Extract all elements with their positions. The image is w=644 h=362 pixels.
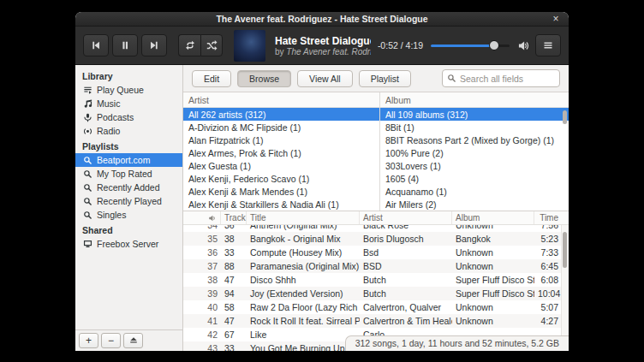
track-cell-artist: Boris Dlugosch <box>360 234 452 244</box>
seek-slider[interactable] <box>431 39 510 51</box>
sidebar-item-label: Podcasts <box>97 112 134 122</box>
pause-icon <box>119 39 131 51</box>
titlebar[interactable]: The Avener feat. Rodriguez - Hate Street… <box>75 12 569 27</box>
track-row[interactable]: 36 33 Compute (Housey Mix) Bsd Unknown 7… <box>183 246 569 259</box>
track-cell-track: 67 <box>221 329 247 340</box>
track-row[interactable]: 34 36 Anthem (Original Mix) Black Rose U… <box>183 225 569 232</box>
close-button[interactable]: × <box>549 12 563 26</box>
byline-prefix: by <box>275 47 286 56</box>
track-cell-artist: BSD <box>360 261 452 271</box>
sidebar-item-podcasts[interactable]: Podcasts <box>75 110 182 124</box>
track-cell-track: 88 <box>221 261 247 271</box>
album-row[interactable]: Acquanamo (1) <box>380 185 569 198</box>
track-list: Track Title Artist Album Time 34 36 Anth… <box>183 211 569 351</box>
artist-row[interactable]: A-Divizion & MC Flipside (1) <box>183 121 379 134</box>
track-row[interactable]: 37 88 Paramanesia (Original Mix) BSD Unk… <box>183 259 569 273</box>
seek-fill <box>431 45 494 47</box>
artist-row[interactable]: Alex Kenji, Federico Scavo (1) <box>183 172 379 185</box>
sidebar-item-singles[interactable]: Singles <box>75 208 182 222</box>
sidebar-item-recently-played[interactable]: Recently Played <box>75 194 182 208</box>
sidebar-item-my-top-rated[interactable]: My Top Rated <box>75 167 182 181</box>
track-cell-album: Unknown <box>452 247 534 258</box>
track-cell-track: 47 <box>221 316 247 326</box>
playing-column-header[interactable] <box>183 211 221 224</box>
album-row[interactable]: 8BIT Reasons Part 2 (Mixed by Gorge) (1) <box>380 134 569 146</box>
track-row-number: 37 <box>183 261 221 271</box>
album-row[interactable]: All 109 albums (312) <box>380 108 569 121</box>
sidebar-item-freebox-server[interactable]: Freebox Server <box>75 237 182 251</box>
track-list-scrollbar[interactable] <box>561 225 569 351</box>
track-cell-album: Bangkok <box>452 234 534 244</box>
artist-row[interactable]: All 262 artists (312) <box>183 108 379 121</box>
artist-column-header[interactable]: Artist <box>360 211 452 224</box>
view-all-button[interactable]: View All <box>297 70 353 87</box>
remove-playlist-button[interactable]: − <box>101 333 121 348</box>
album-row[interactable]: 100% Pure (2) <box>380 146 569 159</box>
main-content: Edit Browse View All Playlist Artist All… <box>183 65 569 351</box>
seek-handle[interactable] <box>489 40 499 50</box>
album-row[interactable]: Air Milers (2) <box>380 198 569 211</box>
sidebar-item-recently-added[interactable]: Recently Added <box>75 181 182 194</box>
artist-row[interactable]: Alex Guesta (1) <box>183 159 379 172</box>
title-column-header[interactable]: Title <box>247 211 360 224</box>
edit-button[interactable]: Edit <box>192 70 231 87</box>
track-row[interactable]: 39 94 Joy (Extended Version) Butch Super… <box>183 287 569 300</box>
track-cell-title: You Got Me Burning Up - Sue… <box>247 343 360 351</box>
menu-icon <box>542 39 554 51</box>
sidebar-item-label: Freebox Server <box>97 239 158 249</box>
app-body: Library Play Queue Music Podcasts Radio <box>75 65 569 351</box>
album-pane: Album All 109 albums (312) 8Bit (1) 8BIT… <box>380 92 569 211</box>
sidebar-item-label: Play Queue <box>97 85 144 95</box>
artist-row[interactable]: Alex Kenji & Mark Mendes (1) <box>183 185 379 198</box>
sidebar-item-beatport[interactable]: Beatport.com <box>75 153 182 167</box>
next-icon <box>148 39 160 51</box>
shuffle-icon <box>206 39 218 51</box>
play-queue-icon <box>83 86 92 95</box>
add-playlist-button[interactable]: + <box>79 333 98 348</box>
album-column-header[interactable]: Album <box>452 211 534 224</box>
search-input[interactable] <box>460 74 555 84</box>
artist-row[interactable]: Alan Fitzpatrick (1) <box>183 134 379 146</box>
track-column-header[interactable]: Track <box>221 211 247 224</box>
time-column-header[interactable]: Time <box>534 211 569 224</box>
close-icon: × <box>552 13 558 25</box>
track-cell-album: Super Fluff Disco Stuff <box>452 288 534 299</box>
album-scrollbar-thumb[interactable] <box>563 110 567 124</box>
browse-toggle-button[interactable]: Browse <box>237 70 291 87</box>
menu-button[interactable] <box>535 34 561 56</box>
track-cell-track: 94 <box>221 288 247 299</box>
playlist-menu-button[interactable]: Playlist <box>359 70 411 87</box>
track-row[interactable]: 41 47 Rock It Roll It feat. Sirreal Pip…… <box>183 314 569 328</box>
track-list-scrollbar-thumb[interactable] <box>563 232 567 268</box>
track-cell-artist: Butch <box>360 275 452 285</box>
album-row[interactable]: 8Bit (1) <box>380 121 569 134</box>
sidebar-item-label: Singles <box>97 210 126 220</box>
album-column-header[interactable]: Album <box>380 92 569 108</box>
track-row[interactable]: 40 58 Raw 2 Da Floor (Lazy Rich Re… Calv… <box>183 300 569 314</box>
track-row-number: 36 <box>183 247 221 258</box>
album-row[interactable]: 303Lovers (1) <box>380 159 569 172</box>
search-box[interactable] <box>442 69 560 87</box>
track-row[interactable]: 35 38 Bangkok - Original Mix Boris Dlugo… <box>183 232 569 246</box>
eject-button[interactable] <box>123 333 143 348</box>
artist-row[interactable]: Alex Kenji & Starkillers & Nadia Ali (1) <box>183 198 379 211</box>
shuffle-button[interactable] <box>200 34 223 56</box>
artist-column-header[interactable]: Artist <box>183 92 379 108</box>
next-button[interactable] <box>141 34 167 56</box>
pause-button[interactable] <box>112 34 138 56</box>
track-row-number: 39 <box>183 288 221 299</box>
window-title: The Avener feat. Rodriguez - Hate Street… <box>216 14 427 24</box>
sidebar-item-play-queue[interactable]: Play Queue <box>75 83 182 97</box>
sidebar-item-radio[interactable]: Radio <box>75 124 182 138</box>
volume-button[interactable] <box>516 38 532 54</box>
repeat-button[interactable] <box>178 34 200 56</box>
sidebar-item-music[interactable]: Music <box>75 97 182 110</box>
track-cell-title: Like <box>247 329 360 340</box>
sidebar-heading-shared: Shared <box>75 222 182 237</box>
album-row[interactable]: 1605 (4) <box>380 172 569 185</box>
track-cell-artist: Butch <box>360 288 452 299</box>
previous-button[interactable] <box>83 34 109 56</box>
track-row-number: 42 <box>183 329 221 340</box>
track-row[interactable]: 38 47 Disco Shhh Butch Super Fluff Disco… <box>183 273 569 287</box>
artist-row[interactable]: Alex Armes, Prok & Fitch (1) <box>183 146 379 159</box>
